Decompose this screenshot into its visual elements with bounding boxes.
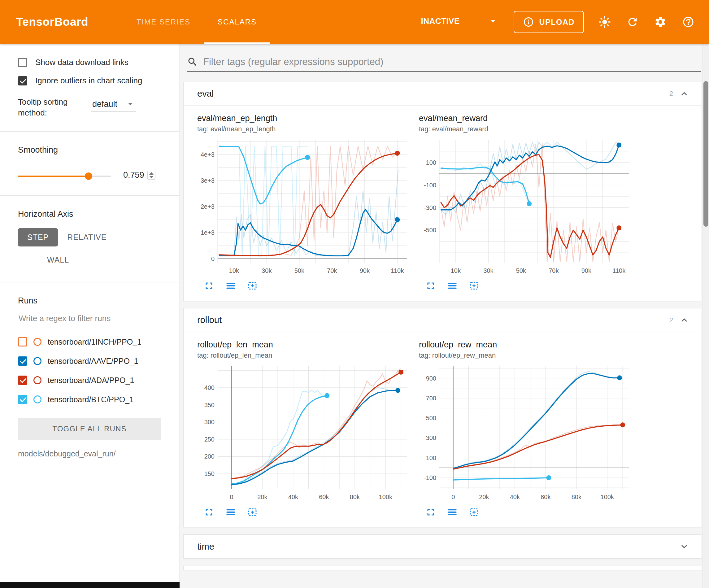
dropdown-arrow-icon bbox=[488, 16, 498, 26]
status-dropdown[interactable]: INACTIVE bbox=[419, 13, 500, 31]
section-title: eval bbox=[197, 88, 214, 99]
run-checkbox[interactable] bbox=[18, 376, 27, 385]
section-header-rollout[interactable]: rollout 2 bbox=[184, 308, 702, 332]
smoothing-value: 0.759 bbox=[123, 170, 144, 180]
tab-time-series[interactable]: TIME SERIES bbox=[123, 0, 204, 44]
theme-toggle-button[interactable] bbox=[598, 15, 612, 29]
collapse-section-button[interactable] bbox=[679, 314, 690, 326]
svg-text:30k: 30k bbox=[483, 267, 494, 274]
vertical-scrollbar[interactable] bbox=[702, 44, 709, 588]
show-download-links-row: Show data download links bbox=[18, 58, 168, 67]
fit-domain-button[interactable] bbox=[247, 280, 258, 291]
runs-label: Runs bbox=[18, 296, 168, 306]
chart-tag: tag: eval/mean_reward bbox=[419, 125, 633, 133]
runs-path: models/debugged_eval_run/ bbox=[18, 449, 168, 458]
settings-gear-icon bbox=[654, 16, 666, 28]
expand-chart-button[interactable] bbox=[425, 280, 436, 291]
chart-plot[interactable]: 020k40k60k80k100k-100100300500700900 bbox=[419, 363, 632, 504]
fit-domain-button[interactable] bbox=[247, 507, 258, 518]
svg-text:50k: 50k bbox=[516, 267, 526, 274]
svg-text:350: 350 bbox=[204, 402, 215, 408]
svg-text:200: 200 bbox=[204, 453, 215, 460]
fit-data-icon bbox=[247, 280, 258, 291]
section-card-time: time bbox=[183, 534, 702, 559]
data-table-icon bbox=[447, 280, 458, 291]
svg-text:0: 0 bbox=[230, 493, 233, 501]
section-header-time[interactable]: time bbox=[184, 535, 702, 558]
run-color-radio[interactable] bbox=[33, 376, 42, 384]
data-table-icon bbox=[225, 507, 236, 518]
run-row-btc: tensorboard/BTC/PPO_1 bbox=[18, 395, 168, 404]
chart-title: eval/mean_reward bbox=[419, 113, 633, 123]
axis-step-button[interactable]: STEP bbox=[18, 228, 58, 247]
svg-text:900: 900 bbox=[426, 375, 436, 382]
runs-selector-button[interactable] bbox=[225, 507, 236, 518]
tag-filter-input[interactable] bbox=[203, 56, 701, 68]
chart-plot[interactable]: 10k30k50k70k90k110k100-100-300-500 bbox=[419, 136, 632, 277]
fit-domain-button[interactable] bbox=[468, 280, 479, 291]
tooltip-sorting-select[interactable]: default bbox=[91, 99, 136, 112]
show-download-links-checkbox[interactable] bbox=[18, 58, 27, 67]
svg-text:90k: 90k bbox=[581, 267, 592, 274]
svg-text:-100: -100 bbox=[424, 182, 436, 188]
settings-button[interactable] bbox=[653, 15, 667, 29]
header-actions: INACTIVE UPLOAD bbox=[419, 11, 695, 33]
sidebar-divider bbox=[0, 131, 179, 132]
help-button[interactable] bbox=[681, 15, 695, 29]
expand-chart-button[interactable] bbox=[203, 507, 215, 518]
run-label: tensorboard/ADA/PPO_1 bbox=[48, 376, 134, 385]
smoothing-stepper[interactable] bbox=[148, 171, 155, 180]
section-title: rollout bbox=[197, 315, 222, 325]
smoothing-slider[interactable] bbox=[18, 176, 111, 177]
run-row-aave: tensorboard/AAVE/PPO_1 bbox=[18, 356, 168, 366]
ignore-outliers-checkbox[interactable] bbox=[18, 76, 27, 85]
runs-selector-button[interactable] bbox=[447, 280, 458, 291]
run-checkbox[interactable] bbox=[18, 395, 27, 404]
smoothing-input[interactable]: 0.759 bbox=[121, 170, 156, 182]
show-download-links-label: Show data download links bbox=[35, 58, 129, 67]
info-icon bbox=[523, 17, 534, 28]
smoothing-slider-thumb[interactable] bbox=[85, 173, 92, 180]
section-header-eval[interactable]: eval 2 bbox=[184, 82, 702, 106]
run-color-radio[interactable] bbox=[33, 395, 42, 404]
axis-relative-button[interactable]: RELATIVE bbox=[58, 228, 116, 247]
expand-chart-button[interactable] bbox=[425, 507, 436, 518]
chart-plot[interactable]: 020k40k60k80k100k150200250300350400 bbox=[197, 363, 411, 504]
refresh-button[interactable] bbox=[625, 15, 640, 29]
collapse-section-button[interactable] bbox=[679, 88, 690, 99]
expand-chart-button[interactable] bbox=[203, 280, 215, 291]
svg-text:30k: 30k bbox=[262, 267, 272, 274]
svg-text:40k: 40k bbox=[510, 493, 520, 501]
refresh-icon bbox=[626, 16, 639, 28]
app-title: TensorBoard bbox=[16, 16, 88, 28]
chart-tag: tag: rollout/ep_rew_mean bbox=[419, 352, 633, 359]
toggle-all-runs-button[interactable]: TOGGLE ALL RUNS bbox=[18, 418, 161, 440]
scrollbar-thumb[interactable] bbox=[703, 81, 708, 227]
fit-data-icon bbox=[468, 280, 479, 291]
data-table-icon bbox=[225, 280, 236, 291]
settings-sidebar: Show data download links Ignore outliers… bbox=[0, 44, 180, 588]
svg-text:20k: 20k bbox=[257, 493, 267, 501]
fullscreen-icon bbox=[425, 507, 436, 518]
run-color-radio[interactable] bbox=[33, 338, 42, 346]
svg-text:250: 250 bbox=[204, 436, 215, 443]
tab-scalars[interactable]: SCALARS bbox=[204, 0, 270, 44]
runs-filter-input[interactable] bbox=[18, 308, 168, 327]
runs-selector-button[interactable] bbox=[225, 280, 236, 291]
fit-domain-button[interactable] bbox=[468, 507, 479, 518]
runs-selector-button[interactable] bbox=[447, 507, 458, 518]
svg-text:100k: 100k bbox=[379, 493, 393, 501]
svg-text:70k: 70k bbox=[327, 267, 337, 274]
expand-section-button[interactable] bbox=[679, 541, 690, 552]
tag-filter-row bbox=[183, 44, 702, 72]
tab-bar: TIME SERIES SCALARS bbox=[123, 0, 270, 44]
svg-text:0: 0 bbox=[451, 493, 455, 501]
upload-button[interactable]: UPLOAD bbox=[514, 11, 584, 33]
fullscreen-icon bbox=[203, 507, 215, 518]
run-checkbox[interactable] bbox=[18, 337, 27, 347]
axis-wall-button[interactable]: WALL bbox=[38, 251, 78, 269]
run-checkbox[interactable] bbox=[18, 356, 27, 366]
chart-plot[interactable]: 10k30k50k70k90k110k01e+32e+33e+34e+3 bbox=[197, 136, 411, 277]
run-color-radio[interactable] bbox=[33, 357, 42, 365]
horizontal-axis-label: Horizontal Axis bbox=[18, 209, 168, 219]
